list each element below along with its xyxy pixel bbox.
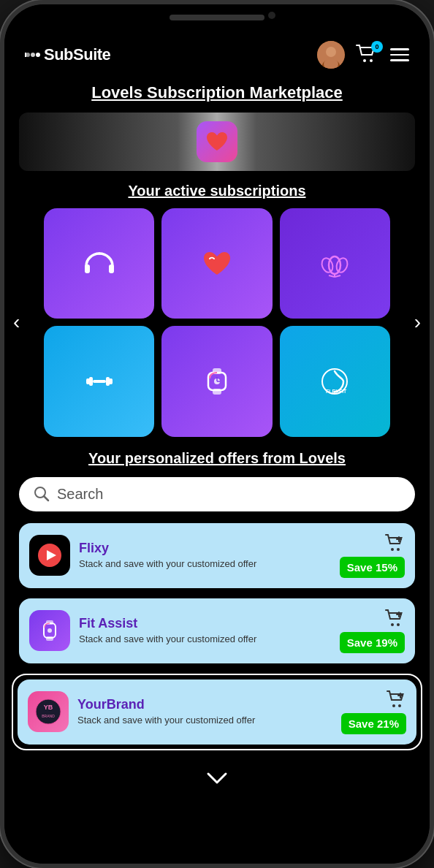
phone-frame: SubSuite	[0, 0, 434, 868]
svg-point-13	[320, 256, 335, 274]
fitassist-info: Fit Assist Stack and save with your cust…	[79, 616, 331, 646]
hamburger-line-3	[390, 59, 409, 61]
headphones-svg	[83, 250, 115, 278]
sub-icon-flexfit[interactable]: FLEXFIT	[280, 326, 390, 436]
yourbrand-actions: Save 21%	[341, 690, 406, 734]
header: SubSuite	[4, 34, 430, 79]
search-input-label: Search	[57, 486, 103, 503]
svg-point-5	[326, 47, 336, 57]
svg-rect-20	[89, 377, 93, 386]
svg-rect-11	[109, 264, 114, 273]
svg-rect-10	[85, 264, 90, 273]
svg-point-36	[397, 548, 400, 551]
fitness-svg	[83, 365, 115, 397]
phone-camera	[268, 12, 275, 19]
flixy-icon	[29, 535, 70, 576]
yourbrand-cart-icon[interactable]	[386, 690, 406, 709]
subscriptions-grid: FLEXFIT	[41, 208, 393, 437]
svg-rect-22	[93, 380, 106, 383]
flixy-info: Flixy Stack and save with your customize…	[79, 541, 331, 571]
svg-point-50	[392, 704, 395, 707]
fitassist-save-badge: Save 19%	[340, 632, 405, 653]
subscriptions-carousel: ‹	[4, 208, 430, 437]
yourbrand-desc: Stack and save with your customized offe…	[77, 715, 332, 727]
svg-rect-25	[213, 389, 221, 395]
carousel-arrow-left[interactable]: ‹	[13, 311, 20, 334]
logo: SubSuite	[25, 45, 110, 64]
scroll-down-indicator[interactable]	[4, 761, 430, 803]
logo-icon	[25, 48, 41, 61]
hamburger-menu[interactable]	[390, 48, 409, 61]
offer-card-fitassist[interactable]: Fit Assist Stack and save with your cust…	[19, 598, 415, 663]
screen: SubSuite	[4, 4, 430, 864]
svg-text:FLEXFIT: FLEXFIT	[326, 389, 347, 394]
svg-rect-41	[46, 636, 53, 641]
offers-title: Your personalized offers from Lovels	[4, 437, 430, 477]
flexfit-svg: FLEXFIT	[319, 365, 351, 397]
heart-sub-svg	[201, 249, 233, 278]
watch-svg	[204, 365, 230, 397]
sub-icon-heart[interactable]	[161, 208, 272, 319]
subscriptions-title: Your active subscriptions	[4, 171, 430, 208]
sub-icon-fitness[interactable]	[44, 326, 154, 436]
flixy-save-badge: Save 15%	[340, 557, 405, 578]
svg-point-51	[398, 704, 401, 707]
fitassist-icon	[29, 610, 70, 651]
svg-rect-21	[106, 377, 110, 386]
flixy-desc: Stack and save with your customized offe…	[79, 558, 331, 571]
page-title: Lovels Subscription Marketplace	[4, 79, 430, 113]
scroll-down-icon	[206, 771, 228, 785]
offer-card-flixy[interactable]: Flixy Stack and save with your customize…	[19, 523, 415, 588]
cart-button[interactable]: 0	[355, 44, 380, 66]
svg-point-35	[391, 548, 394, 551]
lotus-svg	[319, 249, 351, 278]
hamburger-line-2	[390, 54, 409, 56]
fitassist-cart-icon[interactable]	[384, 609, 405, 628]
search-bar[interactable]: Search	[19, 477, 415, 511]
sub-icon-lotus[interactable]	[280, 208, 390, 319]
yourbrand-icon: YB BRAND	[28, 691, 69, 732]
svg-point-42	[47, 628, 52, 633]
carousel-arrow-right[interactable]: ›	[414, 311, 421, 334]
fitassist-watch-svg	[37, 617, 63, 644]
cart-badge: 0	[371, 41, 383, 53]
sub-icon-headphones[interactable]	[44, 208, 154, 319]
svg-point-8	[363, 59, 366, 62]
avatar[interactable]	[317, 41, 345, 69]
svg-line-17	[335, 275, 340, 277]
svg-point-1	[31, 53, 35, 57]
yourbrand-save-badge: Save 21%	[341, 713, 406, 734]
yourbrand-info: YourBrand Stack and save with your custo…	[77, 697, 332, 727]
hamburger-line-1	[390, 48, 409, 50]
fitassist-name: Fit Assist	[79, 616, 331, 631]
header-right: 0	[317, 41, 409, 69]
banner-heart-icon	[197, 121, 237, 162]
search-icon	[34, 486, 50, 502]
svg-point-2	[36, 53, 40, 57]
svg-line-32	[44, 496, 48, 500]
flixy-cart-icon[interactable]	[384, 533, 405, 552]
heart-svg	[205, 131, 229, 153]
logo-text: SubSuite	[44, 45, 110, 64]
phone-notch	[170, 15, 264, 20]
avatar-image	[317, 41, 345, 69]
yourbrand-svg: YB BRAND	[34, 698, 62, 726]
svg-point-14	[335, 256, 349, 274]
svg-line-16	[329, 275, 335, 277]
banner	[19, 113, 415, 171]
flixy-play-icon	[37, 542, 63, 568]
svg-point-43	[391, 623, 394, 626]
svg-text:BRAND: BRAND	[42, 714, 55, 718]
yourbrand-name: YourBrand	[77, 697, 332, 712]
offer-card-yourbrand[interactable]: YB BRAND YourBrand Stack and save with y…	[18, 679, 416, 745]
flixy-actions: Save 15%	[340, 533, 405, 578]
svg-text:YB: YB	[44, 704, 53, 711]
sub-icon-watch[interactable]	[161, 326, 272, 436]
fitassist-desc: Stack and save with your customized offe…	[79, 633, 331, 646]
svg-point-9	[370, 59, 373, 62]
flixy-name: Flixy	[79, 541, 331, 556]
fitassist-actions: Save 19%	[340, 609, 405, 653]
svg-point-44	[397, 623, 400, 626]
